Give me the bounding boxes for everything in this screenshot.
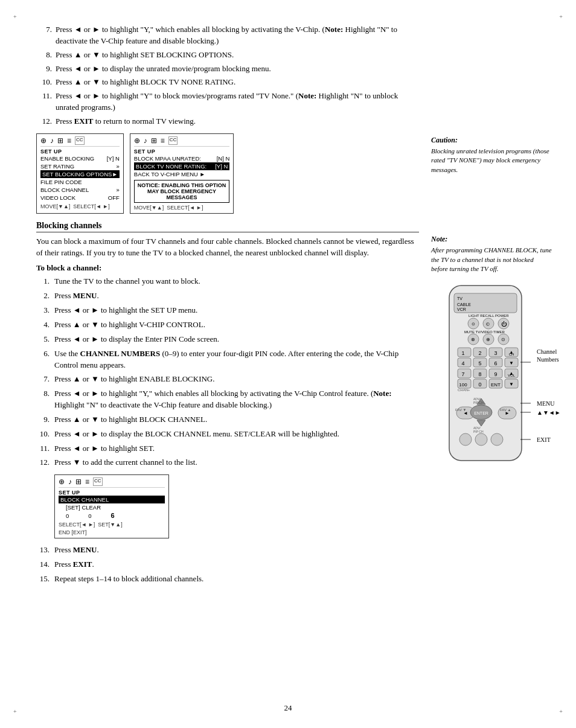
- svg-text:⊙: ⊙: [472, 322, 475, 326]
- blocking-steps-list: 1. Tune the TV to the channel you want t…: [36, 276, 419, 468]
- screen2-row1: BLOCK MPAA UNRATED:[N] N: [134, 155, 230, 162]
- step-text: Press ◄ or ► to highlight the SET UP men…: [54, 305, 197, 316]
- step-text: Press ▲ or ▼ to highlight ENABLE BLOCKIN…: [54, 374, 215, 385]
- screen3-header: ⊕ ♪ ⊞ ≡ CC: [59, 477, 165, 488]
- screen2-icon4: ≡: [161, 136, 165, 145]
- caution-title: Caution:: [431, 136, 552, 145]
- screen2-icon5: CC: [168, 136, 178, 145]
- step-text: Press ▲ or ▼ to highlight BLOCK TV NONE …: [56, 77, 419, 88]
- step-num: 11.: [36, 443, 50, 455]
- screen1-icon3: ⊞: [57, 136, 63, 145]
- svg-text:▼: ▼: [509, 360, 514, 366]
- step-num: 7.: [36, 374, 50, 385]
- channel-numbers-label: ChannelNumbers: [537, 348, 559, 363]
- svg-text:8: 8: [478, 371, 481, 377]
- step-num: 10.: [36, 77, 52, 88]
- step-num: 11.: [36, 91, 52, 113]
- page-number: 24: [284, 703, 292, 713]
- step-text: Press ◄ or ► to highlight "Y," which ena…: [54, 388, 419, 411]
- svg-point-69: [475, 433, 487, 445]
- step-num: 4.: [36, 319, 50, 331]
- svg-text:5: 5: [478, 360, 481, 366]
- svg-text:LIGHT  RECALL  POWER: LIGHT RECALL POWER: [469, 314, 509, 318]
- svg-text:CH: CH: [509, 353, 514, 356]
- screen1-row1: ENABLE BLOCKING[Y] N: [40, 155, 120, 162]
- screen2-nav: MOVE[▼▲] SELECT[◄ ►]: [134, 205, 230, 211]
- step-10: 10. Press ▲ or ▼ to highlight BLOCK TV N…: [36, 77, 419, 88]
- corner-bl: +: [13, 708, 17, 715]
- bottom-step-13: 13. Press MENU.: [36, 544, 419, 556]
- step-text: Press ▲ or ▼ to highlight SET BLOCKING O…: [56, 49, 419, 61]
- remote-svg: TV CABLE VCR LIGHT RECALL POWER ⊙ © ⏻: [431, 283, 552, 470]
- blocking-channels-heading: Blocking channels: [36, 221, 419, 232]
- screen1-row3-highlighted: SET BLOCKING OPTIONS►: [40, 170, 120, 178]
- caution-body: Blocking unrated television programs (th…: [431, 147, 552, 174]
- screen1-icon5: CC: [75, 136, 85, 145]
- screen3-icon5: CC: [93, 477, 103, 486]
- svg-text:MUTE  TV/VIDEO  TIMER: MUTE TV/VIDEO TIMER: [464, 330, 505, 334]
- step-num: 5.: [36, 334, 50, 345]
- screen1-nav: MOVE[▼▲] SELECT[◄ ►]: [40, 203, 120, 209]
- step-12: 12. Press EXIT to return to normal TV vi…: [36, 116, 419, 127]
- block-step-3: 3. Press ◄ or ► to highlight the SET UP …: [36, 305, 419, 316]
- corner-tr: +: [559, 13, 563, 20]
- screen3-container: ⊕ ♪ ⊞ ≡ CC SET UP BLOCK CHANNEL [SET] CL…: [54, 474, 419, 538]
- remote-container: TV CABLE VCR LIGHT RECALL POWER ⊙ © ⏻: [431, 283, 552, 472]
- screen-mockups: ⊕ ♪ ⊞ ≡ CC SET UP ENABLE BLOCKING[Y] N S…: [36, 133, 419, 214]
- screen2-row3: BACK TO V-CHIP MENU ►: [134, 170, 230, 178]
- bottom-steps-list: 13. Press MENU. 14. Press EXIT. 15. Repe…: [36, 544, 419, 585]
- svg-text:4: 4: [461, 360, 464, 366]
- step-num: 2.: [36, 290, 50, 302]
- step-text: Press MENU.: [54, 544, 99, 556]
- block-step-9: 9. Press ▲ or ▼ to highlight BLOCK CHANN…: [36, 414, 419, 426]
- svg-text:PIP CH: PIP CH: [473, 401, 484, 404]
- svg-text:1: 1: [461, 350, 464, 356]
- svg-text:FAV ▲: FAV ▲: [500, 408, 511, 412]
- svg-point-70: [491, 433, 503, 445]
- step-9: 9. Press ◄ or ► to display the unrated m…: [36, 63, 419, 75]
- step-text: Press ◄ or ► to display the BLOCK CHANNE…: [54, 429, 339, 440]
- screen3-set-clear: [SET] CLEAR: [59, 503, 165, 511]
- block-step-5: 5. Press ◄ or ► to display the Enter PIN…: [36, 334, 419, 345]
- svg-text:⊕: ⊕: [486, 337, 490, 342]
- screen1: ⊕ ♪ ⊞ ≡ CC SET UP ENABLE BLOCKING[Y] N S…: [36, 133, 124, 214]
- step-text: Press ▼ to add the current channel to th…: [54, 457, 197, 468]
- step-num: 6.: [36, 348, 50, 371]
- blocking-channels-intro: You can block a maximum of four TV chann…: [36, 236, 419, 259]
- right-column: Caution: Blocking unrated television pro…: [431, 24, 552, 588]
- svg-text:CABLE: CABLE: [457, 302, 471, 307]
- step-num: 9.: [36, 414, 50, 426]
- screen2: ⊕ ♪ ⊞ ≡ CC SET UP BLOCK MPAA UNRATED:[N]…: [130, 133, 234, 214]
- screen3-channels: 0 0 6: [59, 511, 165, 520]
- svg-text:2: 2: [478, 350, 481, 356]
- svg-point-68: [459, 433, 472, 445]
- svg-text:PIP CH: PIP CH: [473, 430, 484, 433]
- svg-text:⊙: ⊙: [501, 337, 505, 342]
- screen2-notice: NOTICE: ENABLING THIS OPTIONMAY BLOCK EM…: [134, 180, 230, 203]
- step-num: 8.: [36, 388, 50, 411]
- note-title: Note:: [431, 235, 552, 244]
- block-step-10: 10. Press ◄ or ► to display the BLOCK CH…: [36, 429, 419, 440]
- step-num: 3.: [36, 305, 50, 316]
- block-step-12: 12. Press ▼ to add the current channel t…: [36, 457, 419, 468]
- to-block-heading: To block a channel:: [36, 263, 419, 273]
- step-text: Repeat steps 1–14 to block additional ch…: [54, 573, 203, 585]
- step-num: 7.: [36, 24, 52, 47]
- bottom-step-14: 14. Press EXIT.: [36, 559, 419, 570]
- svg-text:⊗: ⊗: [471, 337, 475, 342]
- block-step-8: 8. Press ◄ or ► to highlight "Y," which …: [36, 388, 419, 411]
- svg-text:FAV ▼: FAV ▼: [455, 408, 467, 412]
- step-text: Press ◄ or ► to highlight "Y" to block m…: [56, 91, 419, 113]
- svg-text:⏻: ⏻: [501, 321, 507, 327]
- svg-text:ENT: ENT: [491, 382, 501, 388]
- screen2-icon2: ♪: [144, 136, 147, 145]
- step-num: 15.: [36, 573, 50, 585]
- step-text: Press MENU.: [54, 290, 99, 302]
- svg-text:100: 100: [459, 382, 467, 388]
- step-num: 13.: [36, 544, 50, 556]
- step-text: Press ▲ or ▼ to highlight V-CHIP CONTROL…: [54, 319, 205, 331]
- step-text: Press ◄ or ► to display the Enter PIN Co…: [54, 334, 219, 345]
- screen1-row2: SET RATING»: [40, 162, 120, 170]
- svg-text:9: 9: [494, 371, 497, 377]
- block-step-2: 2. Press MENU.: [36, 290, 419, 302]
